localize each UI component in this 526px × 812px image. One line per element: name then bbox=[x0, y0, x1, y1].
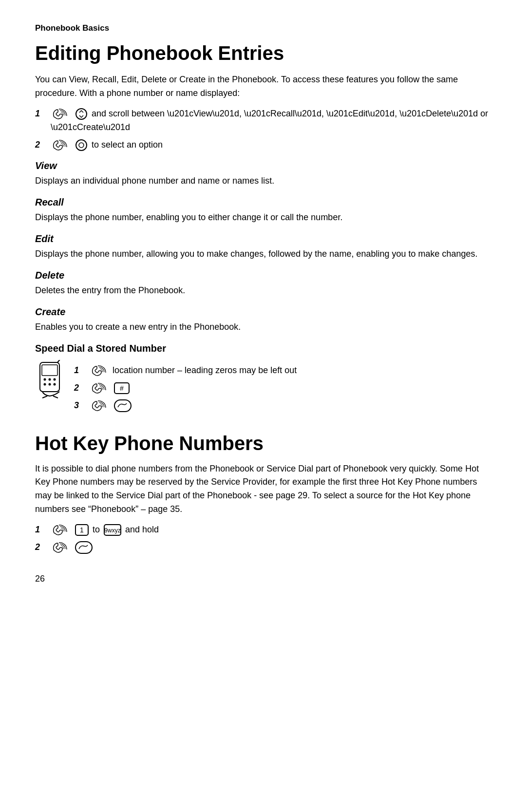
key-9-icon: 9wxyz bbox=[104, 524, 121, 536]
svg-point-8 bbox=[44, 383, 46, 385]
svg-line-12 bbox=[42, 396, 47, 398]
hotkey-steps-list: 1 1 to 9wxyz and hold 2 bbox=[35, 523, 491, 554]
hk-step-2-num: 2 bbox=[35, 541, 51, 554]
speed-dial-heading: Speed Dial a Stored Number bbox=[35, 343, 491, 354]
sd-step-2: 2 # bbox=[74, 381, 491, 395]
sd-steps: 1 location number – leading zeros may be… bbox=[74, 364, 491, 413]
hash-key-icon: # bbox=[114, 382, 130, 394]
sd-step-2-content: # bbox=[90, 381, 491, 395]
speed-dial-steps-list: 1 location number – leading zeros may be… bbox=[74, 359, 491, 417]
ok-icon-1 bbox=[75, 139, 88, 151]
svg-point-1 bbox=[76, 140, 87, 151]
section-label: Phonebook Basics bbox=[35, 23, 491, 33]
key-1-icon: 1 bbox=[75, 524, 89, 536]
svg-point-7 bbox=[54, 378, 56, 380]
handset-icon-hk2 bbox=[52, 542, 70, 553]
sd-step-2-num: 2 bbox=[74, 381, 90, 395]
hk-step-1: 1 1 to 9wxyz and hold bbox=[35, 523, 491, 537]
nav-circle-icon-1 bbox=[75, 108, 88, 120]
svg-point-5 bbox=[44, 378, 46, 380]
view-heading: View bbox=[35, 160, 491, 171]
hk-step-2: 2 bbox=[35, 541, 491, 554]
phone-device-icon bbox=[35, 360, 68, 401]
handset-icon-1 bbox=[52, 108, 70, 120]
handset-icon-2 bbox=[52, 139, 70, 151]
create-heading: Create bbox=[35, 306, 491, 318]
recall-heading: Recall bbox=[35, 197, 491, 208]
page-number: 26 bbox=[35, 574, 491, 584]
sd-step-3-content bbox=[90, 399, 491, 413]
step-1-num: 1 bbox=[35, 107, 51, 121]
svg-line-11 bbox=[57, 360, 60, 362]
call-button-icon-hk2 bbox=[75, 541, 93, 554]
edit-body: Displays the phone number, allowing you … bbox=[35, 247, 491, 261]
handset-icon-sd2 bbox=[91, 382, 109, 394]
main-heading: Editing Phonebook Entries bbox=[35, 42, 491, 64]
subsection-view: View Displays an individual phone number… bbox=[35, 160, 491, 188]
sd-step-1: 1 location number – leading zeros may be… bbox=[74, 364, 491, 378]
svg-text:#: # bbox=[120, 384, 124, 392]
step-2-num: 2 bbox=[35, 138, 51, 152]
hotkey-heading: Hot Key Phone Numbers bbox=[35, 432, 491, 454]
sd-step-1-num: 1 bbox=[74, 364, 90, 378]
edit-heading: Edit bbox=[35, 233, 491, 245]
hk-step-2-content bbox=[51, 541, 491, 554]
handset-icon-sd1 bbox=[91, 365, 109, 377]
svg-text:1: 1 bbox=[80, 526, 84, 534]
svg-point-10 bbox=[54, 383, 56, 385]
svg-point-6 bbox=[49, 378, 51, 380]
svg-rect-21 bbox=[75, 542, 92, 553]
call-button-icon-sd3 bbox=[114, 399, 132, 412]
delete-heading: Delete bbox=[35, 270, 491, 281]
sd-step-1-content: location number – leading zeros may be l… bbox=[90, 364, 491, 378]
handset-icon-sd3 bbox=[91, 400, 109, 412]
sd-step-3: 3 bbox=[74, 399, 491, 413]
steps-list: 1 and scroll between \u201cView\u201d, \… bbox=[35, 107, 491, 152]
create-body: Enables you to create a new entry in the… bbox=[35, 321, 491, 334]
subsection-create: Create Enables you to create a new entry… bbox=[35, 306, 491, 334]
svg-line-13 bbox=[53, 396, 58, 398]
sd-step-3-num: 3 bbox=[74, 399, 90, 413]
view-body: Displays an individual phone number and … bbox=[35, 174, 491, 188]
svg-rect-4 bbox=[42, 365, 57, 376]
intro-text: You can View, Recall, Edit, Delete or Cr… bbox=[35, 73, 491, 100]
hk-step-1-content: 1 to 9wxyz and hold bbox=[51, 523, 491, 537]
handset-icon-hk1 bbox=[52, 524, 70, 536]
speed-dial-section: Speed Dial a Stored Number bbox=[35, 343, 491, 417]
subsection-edit: Edit Displays the phone number, allowing… bbox=[35, 233, 491, 261]
svg-rect-16 bbox=[114, 400, 131, 412]
svg-rect-3 bbox=[40, 362, 59, 392]
svg-text:9wxyz: 9wxyz bbox=[104, 527, 120, 534]
step-1: 1 and scroll between \u201cView\u201d, \… bbox=[35, 107, 491, 134]
delete-body: Deletes the entry from the Phonebook. bbox=[35, 284, 491, 298]
step-2: 2 to select an option bbox=[35, 138, 491, 152]
recall-body: Displays the phone number, enabling you … bbox=[35, 211, 491, 225]
hk-step-1-num: 1 bbox=[35, 523, 51, 537]
svg-point-2 bbox=[79, 143, 84, 148]
step-1-content: and scroll between \u201cView\u201d, \u2… bbox=[51, 107, 491, 134]
subsection-recall: Recall Displays the phone number, enabli… bbox=[35, 197, 491, 225]
svg-point-9 bbox=[49, 383, 51, 385]
hotkey-text: It is possible to dial phone numbers fro… bbox=[35, 462, 491, 517]
step-2-content: to select an option bbox=[51, 138, 491, 152]
speed-dial-content: 1 location number – leading zeros may be… bbox=[35, 359, 491, 417]
subsection-delete: Delete Deletes the entry from the Phoneb… bbox=[35, 270, 491, 298]
